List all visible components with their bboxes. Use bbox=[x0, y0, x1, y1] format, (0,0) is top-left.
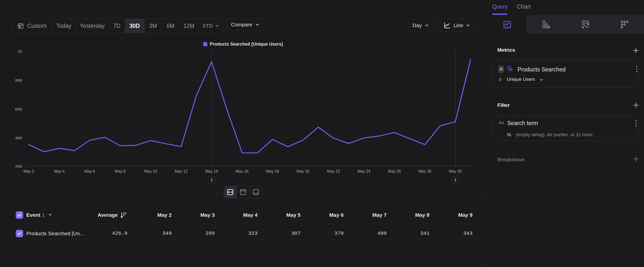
svg-text:May 22: May 22 bbox=[327, 169, 340, 173]
svg-text:May 28: May 28 bbox=[418, 169, 432, 173]
svg-text:1K: 1K bbox=[18, 50, 22, 54]
svg-text:200: 200 bbox=[15, 165, 22, 169]
svg-text:May 18: May 18 bbox=[266, 169, 279, 173]
svg-text:May 20: May 20 bbox=[296, 169, 310, 173]
svg-text:May 16: May 16 bbox=[236, 169, 249, 173]
svg-text:May 30: May 30 bbox=[449, 169, 462, 173]
svg-text:May 8: May 8 bbox=[115, 169, 126, 173]
svg-text:May 14: May 14 bbox=[205, 169, 218, 173]
svg-text:800: 800 bbox=[15, 79, 22, 83]
svg-text:May 26: May 26 bbox=[388, 169, 401, 173]
svg-text:May 10: May 10 bbox=[144, 169, 157, 173]
svg-text:May 24: May 24 bbox=[358, 169, 370, 173]
svg-text:600: 600 bbox=[15, 107, 22, 112]
svg-text:400: 400 bbox=[15, 136, 22, 141]
svg-text:May 6: May 6 bbox=[84, 169, 95, 173]
svg-text:May 2: May 2 bbox=[23, 169, 34, 173]
svg-text:May 12: May 12 bbox=[175, 169, 188, 173]
svg-text:May 4: May 4 bbox=[54, 169, 65, 173]
